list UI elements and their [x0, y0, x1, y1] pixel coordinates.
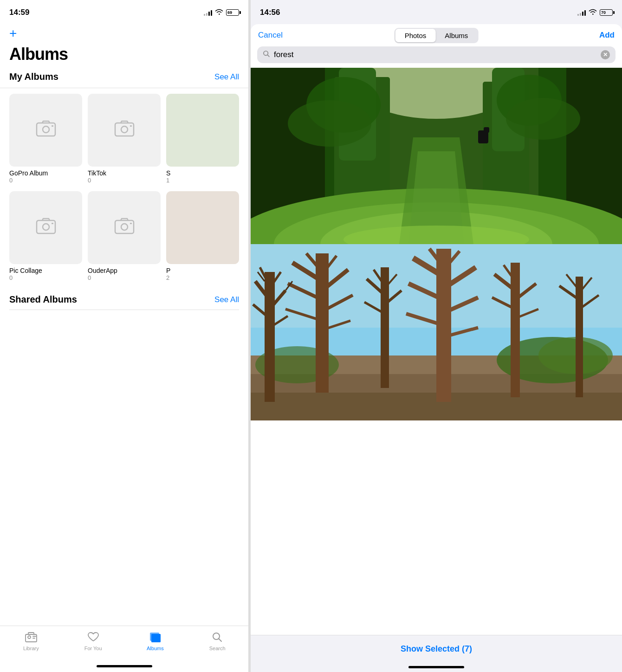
album-s-partial[interactable]: S 1 — [166, 94, 239, 184]
shared-albums-title: Shared Albums — [9, 294, 77, 305]
modal-header: Cancel Photos Albums Add — [251, 24, 622, 45]
battery-icon-left: 69 — [226, 9, 239, 16]
album-gopro[interactable]: GoPro Album 0 — [9, 94, 82, 184]
svg-point-11 — [121, 224, 128, 230]
signal-icon — [204, 9, 212, 16]
wifi-icon-right — [589, 9, 597, 17]
tab-library[interactable]: Library — [0, 631, 62, 651]
album-thumb-ouderapp — [88, 191, 161, 264]
photo-placeholder-icon-2 — [114, 119, 135, 141]
album-name-p: P — [166, 267, 239, 274]
modal-sheet: Cancel Photos Albums Add forest ✕ — [251, 24, 622, 672]
show-selected-button[interactable]: Show Selected (7) — [401, 644, 472, 654]
svg-point-14 — [28, 636, 31, 639]
time-left: 14:59 — [9, 8, 29, 17]
my-albums-see-all[interactable]: See All — [214, 72, 239, 82]
divider-shared — [9, 310, 239, 310]
photo-placeholder-icon — [36, 119, 56, 141]
left-panel: 14:59 69 + Albums My Albums See All — [0, 0, 248, 672]
album-count-piccollage: 0 — [9, 274, 82, 281]
wifi-icon — [215, 9, 223, 17]
album-thumb-p — [166, 191, 239, 264]
time-right: 14:56 — [260, 8, 280, 17]
add-button[interactable]: + — [0, 22, 248, 43]
tab-albums[interactable]: Albums — [124, 631, 187, 651]
album-piccollage[interactable]: Pic Collage 0 — [9, 191, 82, 281]
album-name-gopro: GoPro Album — [9, 169, 82, 177]
album-count-ouderapp: 0 — [88, 274, 161, 281]
tab-search[interactable]: Search — [186, 631, 248, 651]
svg-point-41 — [506, 98, 580, 140]
forest-image-1 — [251, 68, 622, 244]
segment-albums[interactable]: Albums — [435, 29, 477, 42]
svg-point-2 — [43, 126, 49, 133]
photo-placeholder-icon-4 — [114, 217, 135, 239]
album-thumb-gopro — [9, 94, 82, 167]
svg-rect-10 — [115, 220, 134, 233]
album-ouderapp[interactable]: OuderApp 0 — [88, 191, 161, 281]
cancel-button[interactable]: Cancel — [258, 31, 283, 40]
album-count-s: 1 — [166, 177, 239, 184]
forest-photo-2[interactable] — [251, 244, 622, 420]
status-bar-right: 14:56 70 — [251, 0, 622, 22]
svg-rect-9 — [52, 223, 53, 224]
album-thumb-s — [166, 94, 239, 167]
signal-icon-right — [577, 9, 586, 16]
svg-point-0 — [219, 13, 220, 14]
album-count-tiktok: 0 — [88, 177, 161, 184]
status-icons-left: 69 — [204, 9, 239, 17]
svg-rect-15 — [28, 633, 34, 634]
right-panel: 14:56 70 Cancel Photos Albums — [251, 0, 622, 672]
page-title: Albums — [0, 43, 248, 71]
svg-rect-53 — [265, 272, 275, 402]
search-clear-button[interactable]: ✕ — [601, 50, 610, 59]
album-tiktok[interactable]: TikTok 0 — [88, 94, 161, 184]
svg-rect-43 — [484, 127, 489, 133]
svg-point-5 — [121, 126, 128, 133]
svg-point-39 — [288, 100, 371, 147]
albums-icon — [149, 631, 162, 644]
album-p-partial[interactable]: P 2 — [166, 191, 239, 281]
my-albums-header: My Albums See All — [0, 71, 248, 88]
status-bar-left: 14:59 69 — [0, 0, 248, 22]
status-icons-right: 70 — [577, 9, 613, 17]
album-thumb-piccollage — [9, 191, 82, 264]
svg-rect-90 — [576, 277, 583, 397]
svg-rect-3 — [52, 125, 53, 127]
search-icon — [211, 631, 224, 644]
shared-albums-section: Shared Albums See All — [0, 291, 248, 310]
tab-library-label: Library — [23, 646, 39, 651]
albums-grid: GoPro Album 0 TikTok 0 S — [0, 88, 248, 287]
for-you-icon — [87, 631, 100, 644]
forest-photo-1[interactable] — [251, 68, 622, 244]
search-bar[interactable]: forest ✕ — [257, 46, 616, 63]
album-name-ouderapp: OuderApp — [88, 267, 161, 274]
add-button-modal[interactable]: Add — [599, 31, 615, 40]
tab-search-label: Search — [209, 646, 226, 651]
album-count-p: 2 — [166, 274, 239, 281]
album-name-tiktok: TikTok — [88, 169, 161, 177]
album-name-s: S — [166, 169, 239, 177]
shared-albums-header: Shared Albums See All — [9, 294, 239, 310]
tab-for-you-label: For You — [84, 646, 102, 651]
svg-rect-1 — [37, 123, 55, 136]
forest-image-2 — [251, 244, 622, 420]
battery-icon-right: 70 — [600, 9, 613, 16]
search-input[interactable]: forest — [274, 50, 597, 59]
home-indicator-right — [408, 666, 464, 668]
album-count-gopro: 0 — [9, 177, 82, 184]
my-albums-title: My Albums — [9, 71, 58, 82]
segment-photos[interactable]: Photos — [395, 29, 436, 42]
segment-control: Photos Albums — [395, 28, 479, 43]
svg-point-8 — [43, 224, 49, 230]
svg-rect-7 — [37, 220, 55, 233]
svg-rect-84 — [511, 263, 520, 397]
photo-results — [251, 68, 622, 635]
tab-for-you[interactable]: For You — [62, 631, 124, 651]
svg-rect-12 — [130, 223, 132, 224]
album-thumb-tiktok — [88, 94, 161, 167]
tab-albums-label: Albums — [147, 646, 164, 651]
search-bar-icon — [263, 50, 270, 59]
add-plus-icon: + — [9, 26, 17, 40]
shared-albums-see-all[interactable]: See All — [214, 295, 239, 304]
